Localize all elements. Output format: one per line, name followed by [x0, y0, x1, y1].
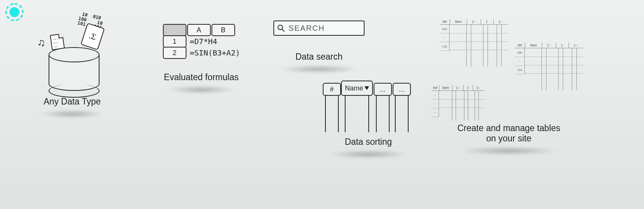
feature-sorting: # Name ... ... Data sorting [315, 83, 421, 158]
col-header-a: A [187, 24, 211, 36]
sheet-corner [163, 24, 186, 36]
tables-caption-line2: on your site [429, 133, 589, 144]
sorting-illustration: # Name ... ... [323, 83, 414, 132]
svg-line-2 [282, 29, 284, 32]
sort-col-name[interactable]: Name [341, 81, 373, 96]
feature-tables: N# Item |-- |- |-- 100 ~ 716 [429, 17, 589, 155]
gear-icon [5, 2, 24, 24]
row-header-1: 1 [163, 35, 186, 48]
data-can-bottom [49, 84, 99, 98]
search-placeholder: SEARCH [289, 24, 325, 33]
mini-table-1: N# Item |-- |- |-- 100 ~ 716 [440, 19, 508, 66]
tables-caption-line1: Create and manage tables [429, 123, 589, 133]
sorting-caption: Data sorting [315, 137, 421, 147]
formulas-caption: Evaluated formulas [152, 72, 251, 82]
mini-table-3: N# Item |-- |- |-- 100 ~ 716 [515, 43, 583, 90]
shadow [40, 110, 104, 118]
mini-table-2: N# Item |-- |- |-- ~ ~ ~ [431, 85, 485, 120]
search-caption: Data search [270, 52, 368, 62]
sort-col-3[interactable]: ... [374, 83, 392, 96]
shadow [167, 86, 235, 94]
shadow [328, 150, 408, 158]
formula-2: =SIN(B3+A2) [187, 48, 240, 57]
data-can-top [49, 47, 99, 62]
feature-any-data-type: 10 010 100 10 101 101 ♫ ~~~ ~~~ ~~ .Σ An… [23, 14, 122, 118]
datatype-caption: Any Data Type [23, 97, 122, 107]
datatype-illustration: 10 010 100 10 101 101 ♫ ~~~ ~~~ ~~ .Σ [30, 14, 114, 90]
feature-search: SEARCH Data search [270, 21, 368, 73]
sort-col-hash[interactable]: # [323, 83, 341, 96]
spreadsheet-illustration: A B 1 =D7*H4 2 =SIN(B3+A2) [163, 24, 240, 59]
formula-1: =D7*H4 [187, 37, 217, 46]
music-note-icon: ♫ [37, 36, 45, 49]
feature-formulas: A B 1 =D7*H4 2 =SIN(B3+A2) Evaluated for… [152, 24, 251, 94]
search-input[interactable]: SEARCH [273, 21, 365, 36]
sort-col-name-label: Name [345, 84, 363, 92]
search-icon [277, 24, 285, 32]
col-header-b: B [212, 24, 235, 36]
svg-point-1 [278, 25, 283, 30]
sort-desc-icon [365, 86, 369, 90]
row-header-2: 2 [163, 47, 186, 59]
shadow [279, 65, 359, 73]
tables-illustration: N# Item |-- |- |-- 100 ~ 716 [429, 17, 589, 123]
sort-col-4[interactable]: ... [393, 83, 411, 96]
shadow [459, 147, 558, 155]
svg-point-0 [10, 8, 19, 16]
